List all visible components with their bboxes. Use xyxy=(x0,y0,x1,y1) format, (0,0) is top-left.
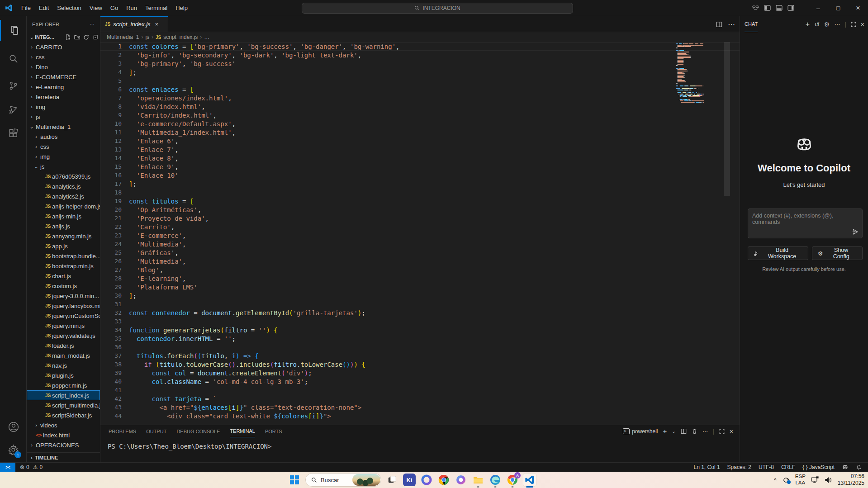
notifications-bell-icon[interactable] xyxy=(856,464,862,470)
timeline-section[interactable]: › TIMELINE xyxy=(27,452,100,462)
tree-item-img[interactable]: ›img xyxy=(27,102,100,112)
code-line[interactable]: 41 xyxy=(100,386,740,394)
tree-item-jquery-validate-js[interactable]: JSjquery.validate.js xyxy=(27,331,100,341)
tree-item-plugin-js[interactable]: JSplugin.js xyxy=(27,370,100,380)
input-language-indicator[interactable]: ESPLAA xyxy=(795,474,806,486)
tree-item-css[interactable]: ›css xyxy=(27,52,100,62)
menu-go[interactable]: Go xyxy=(106,0,122,16)
vscode-taskbar-icon[interactable] xyxy=(523,474,536,486)
minimap[interactable] xyxy=(676,43,704,103)
editor-scrollbar[interactable] xyxy=(724,42,730,196)
code-line[interactable]: 5 xyxy=(100,76,740,85)
eol-sequence[interactable]: CRLF xyxy=(781,464,795,470)
code-line[interactable]: 8 'vida/index.html', xyxy=(100,102,740,111)
code-line[interactable]: 22 'Carrito', xyxy=(100,223,740,231)
tree-item-jquery-3-0-0-min-[interactable]: JSjquery-3.0.0.min... xyxy=(27,291,100,301)
breadcrumb-item[interactable]: script_index.js xyxy=(163,34,198,40)
ki-app-icon[interactable]: Ki xyxy=(403,474,416,486)
panel-tab-debug-console[interactable]: DEBUG CONSOLE xyxy=(176,425,220,437)
code-line[interactable]: 11 'Multimedia_1/index.html', xyxy=(100,128,740,137)
code-line[interactable]: 2 'bg-info', 'bg-secondary', 'bg-dark', … xyxy=(100,51,740,59)
chat-maximize-icon[interactable] xyxy=(851,22,856,27)
volume-tray-icon[interactable] xyxy=(825,477,832,483)
tree-item-analytics2-js[interactable]: JSanalytics2.js xyxy=(27,191,100,201)
tree-item-app-js[interactable]: JSapp.js xyxy=(27,241,100,251)
code-line[interactable]: 32const contenedor = document.getElement… xyxy=(100,308,740,317)
code-line[interactable]: 14 'Enlace 8', xyxy=(100,154,740,162)
new-folder-icon[interactable] xyxy=(74,34,80,40)
code-line[interactable]: 20 'Op Aritméticas', xyxy=(100,205,740,214)
tree-item-videos[interactable]: ›videos xyxy=(27,420,100,430)
explorer-icon[interactable] xyxy=(0,20,27,41)
tree-item-bootstrap-min-js[interactable]: JSbootstrap.min.js xyxy=(27,261,100,271)
collapse-all-icon[interactable] xyxy=(92,34,98,40)
code-line[interactable]: 30]; xyxy=(100,291,740,300)
tree-item-jquery-min-js[interactable]: JSjquery.min.js xyxy=(27,321,100,331)
toggle-panel-icon[interactable] xyxy=(773,0,785,16)
network-tray-icon[interactable] xyxy=(811,476,819,483)
remote-indicator[interactable]: >< xyxy=(0,463,15,472)
code-line[interactable]: 33 xyxy=(100,317,740,326)
sync-tray-icon[interactable] xyxy=(782,477,790,483)
code-line[interactable]: 13 'Enlace 7', xyxy=(100,145,740,154)
tray-expand-icon[interactable]: ^ xyxy=(774,477,777,483)
tree-item-custom-js[interactable]: JScustom.js xyxy=(27,281,100,291)
tree-item-multimedia-1[interactable]: ⌄Multimedia_1 xyxy=(27,122,100,132)
tree-item-main-modal-js[interactable]: JSmain_modal.js xyxy=(27,351,100,360)
new-file-icon[interactable] xyxy=(65,34,71,40)
taskbar-search-box[interactable]: Buscar xyxy=(305,473,381,487)
tree-item-popper-min-js[interactable]: JSpopper.min.js xyxy=(27,380,100,390)
tree-item-ferreteria[interactable]: ›ferreteria xyxy=(27,92,100,102)
code-line[interactable]: 35 contenedor.innerHTML = ''; xyxy=(100,334,740,343)
workspace-root-row[interactable]: ⌄ INTEG... xyxy=(27,32,100,42)
code-line[interactable]: 40 col.className = 'col-md-4 col-lg-3 mb… xyxy=(100,377,740,386)
split-editor-icon[interactable] xyxy=(716,21,722,28)
toggle-sidebar-icon[interactable] xyxy=(761,0,773,16)
tree-item-scriptsidebar-js[interactable]: JSscriptSidebar.js xyxy=(27,410,100,420)
tree-item-script-multimedia-js[interactable]: JSscript_multimedia.js xyxy=(27,400,100,410)
code-line[interactable]: 15 'Enlace 9', xyxy=(100,162,740,171)
code-line[interactable]: 42 const tarjeta = ` xyxy=(100,394,740,403)
chat-settings-icon[interactable]: ⚙ xyxy=(824,21,830,28)
tree-item-operaciones[interactable]: ›OPERACIONES xyxy=(27,440,100,450)
panel-tab-ports[interactable]: PORTS xyxy=(265,425,282,437)
tree-item-e-commerce[interactable]: ›E-COMMERCE xyxy=(27,72,100,82)
tree-item-img[interactable]: ›img xyxy=(27,152,100,161)
build-workspace-button[interactable]: Build Workspace xyxy=(748,246,808,260)
refresh-icon[interactable] xyxy=(83,34,89,40)
breadcrumb-item[interactable]: … xyxy=(204,34,209,40)
tree-item-anijs-min-js[interactable]: JSanijs-min.js xyxy=(27,211,100,221)
code-line[interactable]: 43 <a href="${enlaces[i]}" class="text-d… xyxy=(100,403,740,412)
code-line[interactable]: 17]; xyxy=(100,180,740,188)
chat-send-icon[interactable] xyxy=(852,228,859,235)
code-line[interactable]: 38 if (titulo.toLowerCase().includes(fil… xyxy=(100,360,740,369)
search-highlight-image[interactable] xyxy=(352,474,380,486)
code-line[interactable]: 1const colores = ['bg-primary', 'bg-succ… xyxy=(100,42,740,51)
terminal-dropdown-icon[interactable]: ⌄ xyxy=(672,429,675,434)
task-view-button[interactable] xyxy=(386,474,398,486)
code-line[interactable]: 21 'Proyecto de vida', xyxy=(100,214,740,223)
chrome-icon[interactable] xyxy=(437,474,450,486)
chat-input[interactable]: Add context (#), extensions (@), command… xyxy=(748,208,863,238)
code-line[interactable]: 37 titulos.forEach((titulo, i) => { xyxy=(100,351,740,360)
command-center-search[interactable]: INTEGRACION xyxy=(302,3,573,14)
code-line[interactable]: 24 'Multimedia', xyxy=(100,240,740,248)
breadcrumb-item[interactable]: js xyxy=(145,34,149,40)
code-line[interactable]: 44 <div class="card text-white ${colores… xyxy=(100,412,740,420)
show-config-button[interactable]: ⚙ Show Config xyxy=(812,246,863,260)
tree-item-annyang-min-js[interactable]: JSannyang.min.js xyxy=(27,231,100,241)
code-line[interactable]: 19const titulos = [ xyxy=(100,197,740,205)
code-line[interactable]: 27 'Blog', xyxy=(100,265,740,274)
tree-item-e-learning[interactable]: ›e-Learning xyxy=(27,82,100,92)
code-line[interactable]: 16 'Enlace 10' xyxy=(100,171,740,180)
language-mode[interactable]: { } JavaScript xyxy=(802,464,835,470)
close-panel-icon[interactable]: × xyxy=(730,428,733,435)
kill-terminal-icon[interactable] xyxy=(692,428,697,434)
tree-item-audios[interactable]: ›audios xyxy=(27,132,100,142)
source-control-icon[interactable] xyxy=(0,75,27,96)
tree-item-jquery-fancybox-mi-[interactable]: JSjquery.fancybox.mi... xyxy=(27,301,100,311)
tree-item-js[interactable]: ⌄js xyxy=(27,161,100,171)
code-editor[interactable]: 1const colores = ['bg-primary', 'bg-succ… xyxy=(100,42,740,425)
maximize-panel-icon[interactable] xyxy=(719,429,725,434)
tree-item-loader-js[interactable]: JSloader.js xyxy=(27,341,100,351)
